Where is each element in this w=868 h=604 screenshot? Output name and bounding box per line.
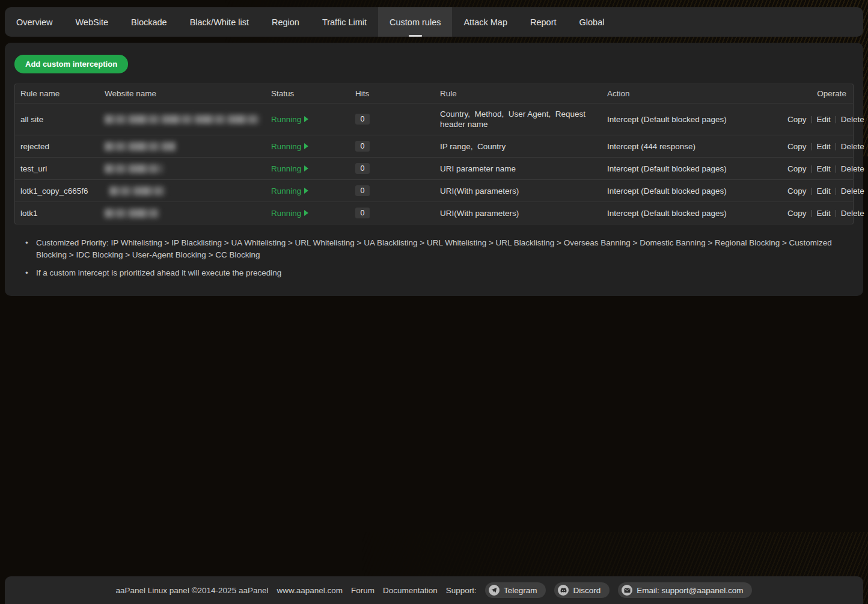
rule-name-cell: test_uri — [15, 158, 99, 180]
email-icon — [622, 585, 632, 596]
edit-link[interactable]: Edit — [817, 115, 831, 124]
hits-cell: 0 — [350, 202, 435, 224]
copy-link[interactable]: Copy — [787, 186, 807, 196]
hits-badge: 0 — [355, 208, 370, 218]
status-toggle[interactable]: Running — [271, 142, 308, 151]
table-row: lotk1_copy_c665f6 Running 0 URI(With par… — [15, 180, 853, 202]
main-tabbar: Overview WebSite Blockade Black/White li… — [5, 7, 863, 37]
rules-table: Rule name Website name Status Hits Rule … — [15, 84, 853, 224]
divider — [836, 165, 836, 173]
edit-link[interactable]: Edit — [817, 164, 831, 173]
divider — [811, 210, 812, 217]
discord-button[interactable]: Discord — [554, 582, 610, 598]
play-icon — [304, 165, 308, 171]
discord-icon — [558, 585, 569, 596]
note-priority: Customized Priority: IP Whitelisting > I… — [25, 237, 854, 261]
status-cell: Running — [266, 202, 350, 224]
copy-link[interactable]: Copy — [787, 209, 807, 218]
support-label: Support: — [446, 586, 477, 595]
tab-attack-map[interactable]: Attack Map — [452, 7, 519, 37]
tab-custom-rules[interactable]: Custom rules — [378, 7, 452, 37]
status-toggle[interactable]: Running — [271, 186, 308, 196]
status-cell: Running — [266, 103, 350, 135]
edit-link[interactable]: Edit — [817, 186, 831, 196]
priority-notes: Customized Priority: IP Whitelisting > I… — [25, 237, 854, 279]
delete-link[interactable]: Delete — [841, 142, 864, 151]
delete-link[interactable]: Delete — [841, 209, 864, 218]
footer-bar: aaPanel Linux panel ©2014-2025 aaPanel w… — [5, 576, 863, 604]
action-cell: Intercept (Default blocked pages) — [602, 180, 782, 202]
status-toggle[interactable]: Running — [271, 164, 308, 173]
action-cell: Intercept (444 response) — [602, 135, 782, 158]
hits-badge: 0 — [355, 163, 370, 174]
tab-report[interactable]: Report — [519, 7, 568, 37]
table-row: lotk1 Running 0 URI(With parameters) Int… — [15, 202, 853, 224]
tab-traffic-limit[interactable]: Traffic Limit — [311, 7, 378, 37]
add-custom-interception-button[interactable]: Add custom interception — [14, 55, 128, 73]
website-name-cell — [99, 202, 266, 224]
header-status: Status — [266, 84, 350, 103]
divider — [811, 165, 812, 173]
rule-cell: URI parameter name — [435, 158, 602, 180]
action-cell: Intercept (Default blocked pages) — [602, 158, 782, 180]
copyright-text: aaPanel Linux panel ©2014-2025 aaPanel — [116, 586, 269, 595]
tab-blockade[interactable]: Blockade — [120, 7, 179, 37]
telegram-icon — [489, 585, 500, 596]
website-name-redacted — [105, 115, 260, 124]
header-action: Action — [602, 84, 782, 103]
header-hits: Hits — [350, 84, 435, 103]
aapanel-website-link[interactable]: www.aapanel.com — [277, 586, 343, 595]
divider — [811, 188, 812, 195]
hits-cell: 0 — [350, 103, 435, 135]
tab-region[interactable]: Region — [260, 7, 311, 37]
rule-name-cell: all site — [15, 103, 99, 135]
website-name-cell — [99, 158, 266, 180]
operate-cell: CopyEditDelete — [782, 103, 853, 135]
table-row: all site Running 0 Country, Method, User… — [15, 103, 853, 135]
website-name-cell — [99, 103, 266, 135]
copy-link[interactable]: Copy — [787, 115, 807, 124]
edit-link[interactable]: Edit — [817, 209, 831, 218]
tab-overview[interactable]: Overview — [5, 7, 64, 37]
forum-link[interactable]: Forum — [351, 586, 374, 595]
hits-cell: 0 — [350, 158, 435, 180]
rule-cell: Country, Method, User Agent, Request hea… — [435, 103, 602, 135]
website-name-redacted — [105, 209, 159, 218]
table-row: rejected Running 0 IP range, Country Int… — [15, 135, 853, 158]
status-cell: Running — [266, 135, 350, 158]
header-rule: Rule — [435, 84, 602, 103]
email-button[interactable]: Email: support@aapanel.com — [618, 582, 752, 598]
rule-name-cell: lotk1_copy_c665f6 — [15, 180, 99, 202]
delete-link[interactable]: Delete — [841, 164, 864, 173]
action-cell: Intercept (Default blocked pages) — [602, 202, 782, 224]
status-toggle[interactable]: Running — [271, 209, 308, 218]
website-name-cell — [99, 180, 266, 202]
website-name-redacted — [109, 186, 165, 196]
operate-cell: CopyEditDelete — [782, 158, 853, 180]
status-toggle[interactable]: Running — [271, 115, 308, 124]
status-cell: Running — [266, 158, 350, 180]
status-cell: Running — [266, 180, 350, 202]
play-icon — [304, 143, 308, 149]
divider — [836, 188, 836, 195]
tab-global[interactable]: Global — [568, 7, 616, 37]
table-header-row: Rule name Website name Status Hits Rule … — [15, 84, 853, 103]
rule-cell: IP range, Country — [435, 135, 602, 158]
delete-link[interactable]: Delete — [841, 186, 864, 196]
website-name-redacted — [105, 142, 176, 151]
tab-black-white-list[interactable]: Black/White list — [179, 7, 260, 37]
hits-cell: 0 — [350, 180, 435, 202]
operate-cell: CopyEditDelete — [782, 180, 853, 202]
divider — [811, 143, 812, 150]
rule-name-cell: rejected — [15, 135, 99, 158]
edit-link[interactable]: Edit — [817, 142, 831, 151]
divider — [836, 210, 836, 217]
hits-badge: 0 — [355, 114, 370, 125]
copy-link[interactable]: Copy — [787, 142, 807, 151]
tab-website[interactable]: WebSite — [64, 7, 120, 37]
telegram-button[interactable]: Telegram — [485, 582, 546, 598]
documentation-link[interactable]: Documentation — [383, 586, 438, 595]
copy-link[interactable]: Copy — [787, 164, 807, 173]
table-row: test_uri Running 0 URI parameter name In… — [15, 158, 853, 180]
delete-link[interactable]: Delete — [841, 115, 864, 124]
